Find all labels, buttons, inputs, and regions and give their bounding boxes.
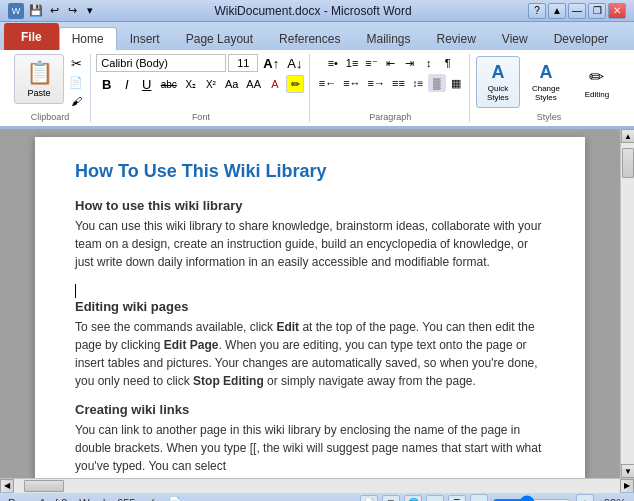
window-controls: ? ▲ — ❐ ✕ bbox=[528, 3, 626, 19]
font-name-input[interactable] bbox=[96, 54, 226, 72]
hscroll-track[interactable] bbox=[14, 479, 620, 493]
italic-button[interactable]: I bbox=[118, 75, 136, 93]
copy-button[interactable]: 📄 bbox=[66, 73, 86, 91]
scroll-track[interactable] bbox=[621, 143, 634, 464]
scroll-thumb[interactable] bbox=[622, 148, 634, 178]
close-button[interactable]: ✕ bbox=[608, 3, 626, 19]
tab-insert[interactable]: Insert bbox=[117, 27, 173, 50]
bullets-button[interactable]: ≡• bbox=[324, 54, 342, 72]
cut-button[interactable]: ✂ bbox=[66, 54, 86, 72]
numbering-button[interactable]: 1≡ bbox=[343, 54, 362, 72]
qat-redo[interactable]: ↪ bbox=[64, 3, 80, 19]
proofing-icon[interactable]: ✓ bbox=[147, 496, 156, 501]
para-3-text: You can link to another page in this wik… bbox=[75, 423, 541, 473]
tab-references[interactable]: References bbox=[266, 27, 353, 50]
print-view-button[interactable]: 📄 bbox=[360, 495, 378, 502]
para-row-2: ≡← ≡↔ ≡→ ≡≡ ↕≡ ▒ ▦ bbox=[316, 74, 465, 92]
help-button[interactable]: ? bbox=[528, 3, 546, 19]
editing-button[interactable]: ✏ Editing bbox=[572, 56, 622, 108]
align-left-button[interactable]: ≡← bbox=[316, 74, 339, 92]
justify-button[interactable]: ≡≡ bbox=[389, 74, 408, 92]
status-right: 📄 ⊞ 🌐 ≡ ≣ − + 90% bbox=[360, 494, 626, 502]
multilevel-button[interactable]: ≡⁻ bbox=[362, 54, 380, 72]
section-para-3: You can link to another page in this wik… bbox=[75, 421, 545, 475]
align-center-button[interactable]: ≡↔ bbox=[340, 74, 363, 92]
tab-file[interactable]: File bbox=[4, 23, 59, 50]
paste-button[interactable]: 📋 Paste bbox=[14, 54, 64, 104]
para-2-bold-1: Edit bbox=[276, 320, 299, 334]
section-heading-1: How to use this wiki library bbox=[75, 198, 545, 213]
align-right-button[interactable]: ≡→ bbox=[365, 74, 388, 92]
zoom-in-button[interactable]: + bbox=[576, 494, 594, 502]
format-painter-button[interactable]: 🖌 bbox=[66, 92, 86, 110]
qat-save[interactable]: 💾 bbox=[28, 3, 44, 19]
highlight-button[interactable]: ✏ bbox=[286, 75, 304, 93]
tab-review[interactable]: Review bbox=[423, 27, 488, 50]
paste-label: Paste bbox=[27, 88, 50, 98]
title-bar-left: W 💾 ↩ ↪ ▾ bbox=[8, 3, 98, 19]
clipboard-group: 📋 Paste ✂ 📄 🖌 Clipboard bbox=[8, 54, 91, 122]
scroll-up-button[interactable]: ▲ bbox=[621, 129, 634, 143]
restore-button[interactable]: ❐ bbox=[588, 3, 606, 19]
scroll-right-button[interactable]: ▶ bbox=[620, 479, 634, 493]
strikethrough-button[interactable]: abc bbox=[158, 75, 180, 93]
window-title: WikiDocument.docx - Microsoft Word bbox=[98, 4, 528, 18]
show-marks-button[interactable]: ¶ bbox=[439, 54, 457, 72]
font-color-button[interactable]: A bbox=[266, 75, 284, 93]
qat-dropdown[interactable]: ▾ bbox=[82, 3, 98, 19]
scroll-left-button[interactable]: ◀ bbox=[0, 479, 14, 493]
status-left: Page: 1 of 2 Words: 655 ✓ 📄 bbox=[8, 496, 182, 501]
change-case-button[interactable]: AA bbox=[243, 75, 264, 93]
border-button[interactable]: ▦ bbox=[447, 74, 465, 92]
decrease-font-button[interactable]: A↓ bbox=[284, 54, 305, 72]
quick-styles-button[interactable]: A Quick Styles bbox=[476, 56, 520, 108]
paragraph-label: Paragraph bbox=[369, 112, 411, 122]
font-label: Font bbox=[192, 112, 210, 122]
para-2-text-4: or simply navigate away from the page. bbox=[264, 374, 476, 388]
qat-undo[interactable]: ↩ bbox=[46, 3, 62, 19]
increase-font-button[interactable]: A↑ bbox=[260, 54, 282, 72]
shading-button[interactable]: ▒ bbox=[428, 74, 446, 92]
document-scroll[interactable]: How To Use This Wiki Library How to use … bbox=[0, 129, 620, 478]
web-view-button[interactable]: 🌐 bbox=[404, 495, 422, 502]
bold-button[interactable]: B bbox=[98, 75, 116, 93]
ribbon-content: 📋 Paste ✂ 📄 🖌 Clipboard bbox=[0, 50, 634, 128]
page-indicator: Page: 1 of 2 bbox=[8, 497, 67, 502]
word-count: Words: 655 bbox=[79, 497, 135, 502]
underline-button[interactable]: U bbox=[138, 75, 156, 93]
tab-home[interactable]: Home bbox=[59, 27, 117, 50]
hscroll-thumb[interactable] bbox=[24, 480, 64, 492]
clear-formatting-button[interactable]: Aa bbox=[222, 75, 241, 93]
paste-icon: 📋 bbox=[26, 60, 53, 86]
para-2-bold-2: Edit Page bbox=[164, 338, 219, 352]
superscript-button[interactable]: X² bbox=[202, 75, 220, 93]
section-para-1: You can use this wiki library to share k… bbox=[75, 217, 545, 271]
full-screen-button[interactable]: ⊞ bbox=[382, 495, 400, 502]
zoom-out-button[interactable]: − bbox=[470, 494, 488, 502]
layout-icon[interactable]: 📄 bbox=[168, 496, 182, 501]
minimize-button[interactable]: — bbox=[568, 3, 586, 19]
document-area: How To Use This Wiki Library How to use … bbox=[0, 129, 634, 478]
zoom-slider[interactable] bbox=[492, 498, 572, 502]
outline-view-button[interactable]: ≡ bbox=[426, 495, 444, 502]
document-title: How To Use This Wiki Library bbox=[75, 161, 545, 182]
zoom-level[interactable]: 90% bbox=[598, 497, 626, 502]
line-spacing-button[interactable]: ↕≡ bbox=[409, 74, 427, 92]
increase-indent-button[interactable]: ⇥ bbox=[401, 54, 419, 72]
quick-access-toolbar: 💾 ↩ ↪ ▾ bbox=[28, 3, 98, 19]
scroll-down-button[interactable]: ▼ bbox=[621, 464, 634, 478]
tab-view[interactable]: View bbox=[489, 27, 541, 50]
font-group: A↑ A↓ B I U abc X₂ X² Aa AA A ✏ Font bbox=[93, 54, 310, 122]
decrease-indent-button[interactable]: ⇤ bbox=[382, 54, 400, 72]
font-row-2: B I U abc X₂ X² Aa AA A ✏ bbox=[98, 75, 304, 93]
subscript-button[interactable]: X₂ bbox=[182, 75, 200, 93]
ribbon-toggle[interactable]: ▲ bbox=[548, 3, 566, 19]
change-styles-button[interactable]: A Change Styles bbox=[524, 56, 568, 108]
draft-view-button[interactable]: ≣ bbox=[448, 495, 466, 502]
tab-mailings[interactable]: Mailings bbox=[353, 27, 423, 50]
clipboard-label: Clipboard bbox=[31, 112, 70, 122]
font-size-input[interactable] bbox=[228, 54, 258, 72]
sort-button[interactable]: ↕ bbox=[420, 54, 438, 72]
tab-page-layout[interactable]: Page Layout bbox=[173, 27, 266, 50]
tab-developer[interactable]: Developer bbox=[541, 27, 622, 50]
